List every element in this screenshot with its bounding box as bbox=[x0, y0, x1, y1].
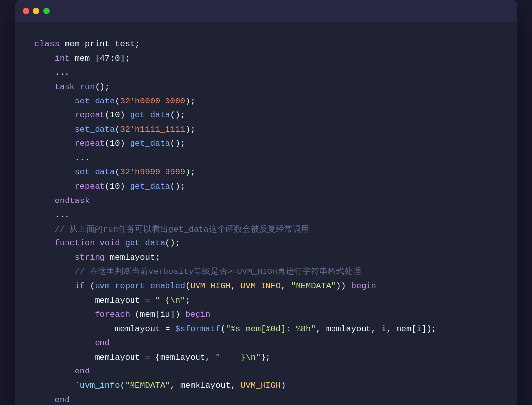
code-line-13: ... bbox=[34, 208, 498, 223]
code-line-9: ... bbox=[34, 151, 498, 166]
code-line-19: memlayout = " {\n"; bbox=[34, 294, 498, 308]
close-button[interactable] bbox=[23, 8, 29, 14]
code-line-24: end bbox=[34, 365, 498, 379]
code-line-6: repeat(10) get_data(); bbox=[34, 108, 498, 123]
minimize-button[interactable] bbox=[33, 8, 39, 14]
code-line-15: function void get_data(); bbox=[34, 236, 498, 251]
code-line-5: set_date(32'h0000_0000); bbox=[34, 95, 498, 109]
code-line-23: memlayout = {memlayout, " }\n"}; bbox=[34, 351, 498, 365]
code-line-16: string memlayout; bbox=[34, 251, 498, 265]
code-line-17: // 在这里判断当前verbosity等级是否>=UVM_HIGH再进行字符串格… bbox=[34, 265, 498, 279]
code-line-1: class mem_print_test; bbox=[34, 37, 498, 52]
code-window: class mem_print_test; int mem [47:0]; ..… bbox=[15, 0, 517, 405]
code-editor: class mem_print_test; int mem [47:0]; ..… bbox=[15, 22, 517, 405]
maximize-button[interactable] bbox=[43, 8, 50, 14]
code-line-21: memlayout = $sformatf("%s mem[%0d]: %8h"… bbox=[34, 322, 498, 337]
code-line-11: repeat(10) get_data(); bbox=[34, 180, 498, 194]
titlebar bbox=[15, 0, 517, 22]
code-line-22: end bbox=[34, 337, 498, 351]
code-line-10: set_data(32'h9999_9999); bbox=[34, 166, 498, 180]
code-line-7: set_data(32'h1111_1111); bbox=[34, 123, 498, 137]
code-line-20: foreach (mem[iu]) begin bbox=[34, 308, 498, 322]
code-line-3: ... bbox=[34, 66, 498, 80]
code-line-18: if (uvm_report_enabled(UVM_HIGH, UVM_INF… bbox=[34, 279, 498, 294]
code-line-12: endtask bbox=[34, 194, 498, 208]
code-line-26: end bbox=[34, 393, 498, 405]
code-line-4: task run(); bbox=[34, 80, 498, 95]
code-line-8: repeat(10) get_data(); bbox=[34, 137, 498, 151]
code-line-14: // 从上面的run任务可以看出get_data这个函数会被反复经常调用 bbox=[34, 223, 498, 237]
code-line-25: `uvm_info("MEMDATA", memklayout, UVM_HIG… bbox=[34, 379, 498, 393]
code-line-2: int mem [47:0]; bbox=[34, 52, 498, 66]
